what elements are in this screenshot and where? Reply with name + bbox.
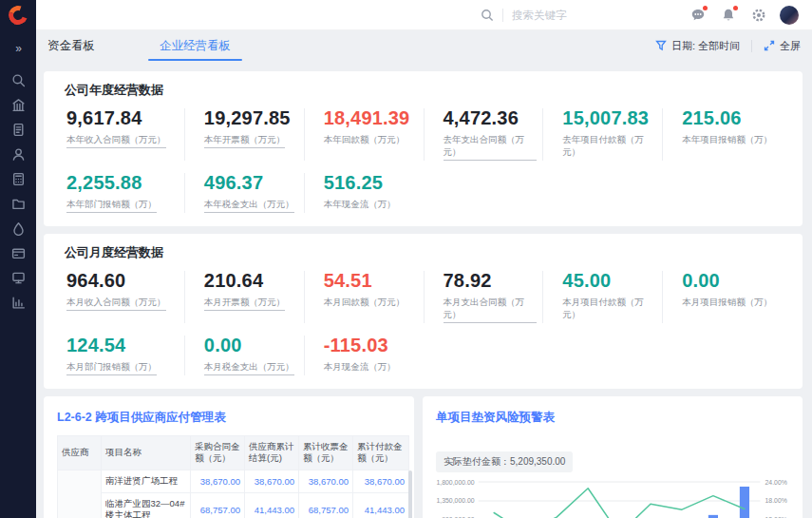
table-column-header: 供应商: [58, 436, 102, 470]
kpi-item: -115.03本月现金流（万）: [304, 336, 424, 375]
kpi-label[interactable]: 本年收入合同额（万元）: [66, 134, 179, 148]
kpi-value: 0.00: [204, 336, 298, 355]
kpi-value: 78.92: [444, 271, 538, 291]
risk-chart-card: 单项目垫资风险预警表 实际垫付金额：5,209,350.00 1,800,000…: [423, 396, 803, 518]
folder-icon[interactable]: [6, 196, 30, 212]
monthly-data-card: 公司月度经营数据 964.60本月收入合同额（万元）210.64本月开票额（万元…: [44, 234, 803, 389]
kpi-label: 本月回款额（万元）: [324, 297, 418, 309]
kpi-value: 210.64: [204, 271, 298, 291]
amount-cell[interactable]: 38,670.00: [245, 470, 299, 492]
table-scrollbar[interactable]: [408, 470, 412, 518]
kpi-label: 本月项目付款额（万元）: [562, 297, 656, 321]
svg-text:1,800,000.00: 1,800,000.00: [436, 479, 474, 486]
actions-divider: [751, 40, 752, 52]
header-icons: [675, 7, 766, 23]
amount-cell[interactable]: 68,757.00: [299, 492, 353, 518]
kpi-label[interactable]: 本年税金支出（万元）: [204, 199, 298, 213]
tab-actions: 日期: 全部时间 全屏: [655, 39, 801, 53]
amount-cell[interactable]: 68,757.00: [191, 492, 245, 518]
main-content: 公司年度经营数据 9,617.84本年收入合同额（万元）19,297.85本年开…: [36, 61, 812, 518]
supplier-table-card: L2-6-2 跨项目供应商应付管理表 供应商项目名称采购合同金额（元）供应商累计…: [44, 396, 414, 518]
table-row: 西安云峰建材有限公司南洋进贤广场工程38,670.0038,670.0038,6…: [58, 470, 409, 492]
kpi-label[interactable]: 本月部门报销额（万）: [66, 361, 179, 375]
kpi-value: -115.03: [324, 336, 418, 355]
kpi-label[interactable]: 本月收入合同额（万元）: [66, 297, 179, 311]
kpi-label: 本月项目报销额（万）: [682, 297, 776, 309]
kpi-label[interactable]: 本年开票额（万元）: [204, 134, 298, 148]
table-column-header: 累计付款金额（元）: [353, 436, 409, 470]
document-icon[interactable]: [6, 122, 30, 138]
message-icon[interactable]: [689, 7, 706, 23]
gear-icon[interactable]: [750, 7, 766, 23]
annual-kpi-grid: 9,617.84本年收入合同额（万元）19,297.85本年开票额（万元）18,…: [65, 108, 782, 213]
user-icon[interactable]: [6, 146, 30, 163]
building-icon[interactable]: [6, 97, 30, 113]
kpi-item: 4,472.36去年支出合同额（万元）: [424, 108, 543, 161]
notification-dot: [733, 6, 738, 10]
annual-data-card: 公司年度经营数据 9,617.84本年收入合同额（万元）19,297.85本年开…: [44, 71, 803, 226]
monthly-card-title: 公司月度经营数据: [65, 244, 782, 261]
monitor-icon[interactable]: [6, 270, 30, 286]
table-column-header: 采购合同金额（元）: [191, 436, 245, 470]
kpi-item: 18,491.39本年回款额（万元）: [304, 108, 424, 161]
kpi-item: 215.06本年项目报销额（万）: [662, 108, 782, 161]
amount-cell[interactable]: 41,443.00: [353, 492, 409, 518]
top-bar: [36, 0, 812, 30]
kpi-label[interactable]: 去年支出合同额（万元）: [444, 134, 538, 161]
date-filter-label: 日期: 全部时间: [671, 39, 740, 53]
supplier-table-title: L2-6-2 跨项目供应商应付管理表: [57, 410, 414, 426]
table-column-header: 项目名称: [102, 436, 191, 470]
search-divider: [502, 9, 503, 22]
kpi-item: 54.51本月回款额（万元）: [304, 271, 424, 323]
project-name-cell: 临港产业园32—04#楼主体工程: [102, 492, 191, 518]
amount-cell[interactable]: 41,443.00: [245, 492, 299, 518]
kpi-value: 19,297.85: [204, 108, 298, 128]
kpi-value: 124.54: [66, 336, 179, 355]
kpi-label: 本年现金流（万）: [324, 199, 418, 211]
kpi-item: 210.64本月开票额（万元）: [184, 271, 304, 323]
calculator-icon[interactable]: [6, 171, 30, 187]
kpi-item: 964.60本月收入合同额（万元）: [65, 271, 184, 323]
date-filter[interactable]: 日期: 全部时间: [655, 39, 740, 53]
tab-business-dashboard[interactable]: 企业经营看板: [156, 30, 235, 61]
kpi-item: 0.00本月税金支出（万元）: [184, 336, 304, 375]
svg-text:18.00%: 18.00%: [765, 497, 786, 504]
bell-icon[interactable]: [720, 7, 736, 23]
notification-dot: [703, 6, 708, 10]
fullscreen-button[interactable]: 全屏: [764, 39, 801, 53]
drop-icon[interactable]: [6, 221, 30, 237]
search-icon: [481, 9, 494, 22]
amount-cell[interactable]: 38,670.00: [353, 470, 409, 492]
expand-icon: [764, 40, 775, 51]
table-column-header: 累计收票金额（元）: [299, 436, 353, 470]
sidebar-expand-icon[interactable]: »: [15, 42, 21, 55]
kpi-value: 0.00: [682, 271, 776, 291]
kpi-label[interactable]: 本年部门报销额（万）: [66, 199, 179, 213]
amount-cell[interactable]: 38,670.00: [299, 470, 353, 492]
kpi-value: 4,472.36: [444, 108, 538, 128]
kpi-label[interactable]: 本月税金支出（万元）: [204, 361, 298, 375]
project-name-cell: 南洋进贤广场工程: [102, 470, 191, 492]
search-input[interactable]: [512, 10, 616, 21]
avatar[interactable]: [780, 6, 799, 25]
tab-funds-dashboard[interactable]: 资金看板: [44, 30, 99, 61]
tab-bar: 资金看板 企业经营看板 日期: 全部时间 全屏: [36, 30, 812, 61]
kpi-label[interactable]: 本月开票额（万元）: [204, 297, 298, 311]
card-icon[interactable]: [6, 245, 30, 261]
kpi-label[interactable]: 本月支出合同额（万元）: [444, 297, 538, 323]
search-icon[interactable]: [6, 72, 30, 88]
chart-icon[interactable]: [6, 295, 30, 311]
kpi-value: 45.00: [562, 271, 656, 291]
amount-cell[interactable]: 38,670.00: [191, 470, 245, 492]
bar-line-chart: 1,800,000.0024.00%1,350,000.0018.00%900,…: [436, 476, 795, 518]
total-advance-badge: 实际垫付金额：5,209,350.00: [436, 451, 573, 472]
sidebar-nav: [6, 72, 30, 311]
app-logo-icon[interactable]: [7, 4, 29, 27]
chart-area: 1,800,000.0024.00%1,350,000.0018.00%900,…: [436, 476, 795, 518]
svg-text:24.00%: 24.00%: [765, 479, 786, 486]
kpi-label: 去年项目付款额（万元）: [562, 134, 656, 159]
search-box[interactable]: [481, 9, 616, 22]
supplier-table: 供应商项目名称采购合同金额（元）供应商累计结算(元)累计收票金额（元）累计付款金…: [57, 435, 409, 518]
table-row: 临港产业园32—04#楼主体工程68,757.0041,443.0068,757…: [58, 492, 409, 518]
kpi-item: 516.25本年现金流（万）: [304, 173, 424, 213]
